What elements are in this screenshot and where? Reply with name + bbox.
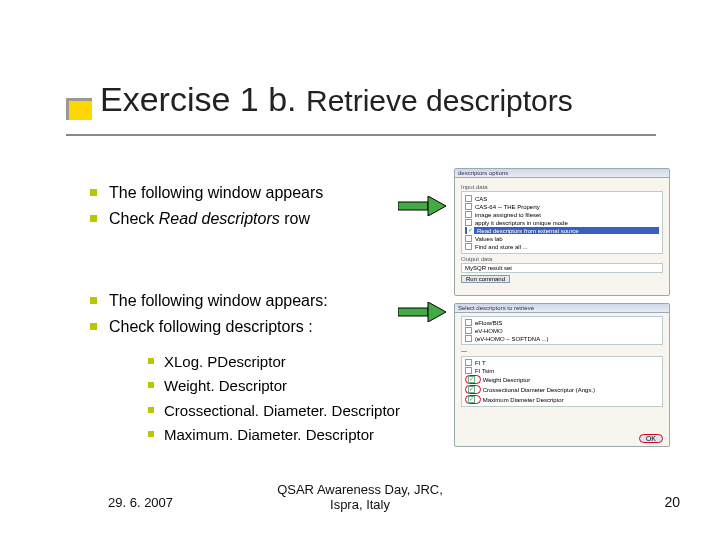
circled-checkbox[interactable] [465, 385, 481, 394]
run-button[interactable]: Run command [461, 275, 510, 283]
bullet-block-2: The following window appears: Check foll… [90, 290, 410, 341]
checkbox-row[interactable]: image assigned to fileset [465, 211, 659, 218]
list-item: Maximum. Diameter. Descriptor [148, 425, 428, 445]
footer-center: QSAR Awareness Day, JRC, Ispra, Italy [0, 482, 720, 512]
separator-text: --- [461, 348, 663, 354]
bullet-text: The following window appears: [109, 290, 328, 312]
bullet-text: Check Read descriptors row [109, 208, 310, 230]
title-underline [66, 134, 656, 136]
row-label: Weight Descriptor [483, 377, 531, 383]
checkbox-row[interactable]: Weight Descriptor [465, 375, 659, 384]
sub-bullet-list: XLog. PDescriptor Weight. Descriptor Cro… [148, 352, 428, 449]
row-label: CAS-64 ─ THE Property [475, 204, 540, 210]
checkbox-icon[interactable] [465, 243, 472, 250]
text-emphasis: Read descriptors [159, 210, 280, 227]
row-label: (eV-HOMO − SOFTDNA ...) [475, 336, 549, 342]
checkbox-row[interactable]: FI Tsim [465, 367, 659, 374]
bullet-text: XLog. PDescriptor [164, 352, 286, 372]
bullet-icon [148, 382, 154, 388]
list-item: The following window appears [90, 182, 410, 204]
list-item: Check following descriptors : [90, 316, 410, 338]
group-label: Output data [461, 256, 663, 262]
checkbox-icon[interactable] [465, 235, 472, 242]
group-label: Input data [461, 184, 663, 190]
row-label: CAS [475, 196, 487, 202]
list-item: XLog. PDescriptor [148, 352, 428, 372]
title-main: Exercise 1 b. [100, 80, 297, 118]
row-label: Crossectional Diameter Descriptor (Angs.… [483, 387, 595, 393]
row-label: eFlow/BIS [475, 320, 502, 326]
checkbox-icon[interactable] [468, 396, 475, 403]
row-label: Read descriptors from external source [477, 228, 579, 234]
svg-rect-0 [398, 202, 428, 210]
checkbox-icon[interactable] [465, 203, 472, 210]
footer-line: Ispra, Italy [330, 497, 390, 512]
bullet-icon [90, 323, 97, 330]
checkbox-row[interactable]: Values lab [465, 235, 659, 242]
checkbox-row[interactable]: CAS [465, 195, 659, 202]
bullet-icon [90, 297, 97, 304]
row-label: FI T [475, 360, 486, 366]
bullet-block-1: The following window appears Check Read … [90, 182, 410, 233]
circled-checkbox[interactable] [465, 375, 481, 384]
bullet-icon [148, 431, 154, 437]
checkbox-icon[interactable] [465, 367, 472, 374]
checkbox-row-highlighted[interactable]: Read descriptors from external source [465, 227, 659, 234]
title-sub: Retrieve descriptors [306, 84, 573, 117]
bullet-text: Weight. Descriptor [164, 376, 287, 396]
row-label: Values lab [475, 236, 503, 242]
checkbox-icon[interactable] [465, 335, 472, 342]
accent-square [66, 98, 92, 120]
checkbox-row[interactable]: eV-HOMO [465, 327, 659, 334]
checkbox-row[interactable]: FI T [465, 359, 659, 366]
bullet-text: Maximum. Diameter. Descriptor [164, 425, 374, 445]
bullet-text: Crossectional. Diameter. Descriptor [164, 401, 400, 421]
checkbox-row[interactable]: Maximum Diameter Descriptor [465, 395, 659, 404]
checkbox-row[interactable]: Find and store all ... [465, 243, 659, 250]
footer-page-number: 20 [664, 494, 680, 510]
checkbox-icon[interactable] [465, 195, 472, 202]
window-titlebar: Select descriptors to retrieve [455, 304, 669, 313]
row-label: eV-HOMO [475, 328, 503, 334]
row-label: apply it descriptors in unique mode [475, 220, 568, 226]
bullet-text: Check following descriptors : [109, 316, 313, 338]
ok-button[interactable]: OK [639, 434, 663, 443]
bullet-icon [148, 358, 154, 364]
checkbox-icon[interactable] [465, 327, 472, 334]
footer-line: QSAR Awareness Day, JRC, [277, 482, 443, 497]
list-item: The following window appears: [90, 290, 410, 312]
row-label: Find and store all ... [475, 244, 528, 250]
checkbox-icon[interactable] [465, 211, 472, 218]
circled-checkbox[interactable] [465, 395, 481, 404]
bullet-icon [90, 215, 97, 222]
checkbox-row[interactable]: apply it descriptors in unique mode [465, 219, 659, 226]
screenshot-select-descriptors: Select descriptors to retrieve eFlow/BIS… [454, 303, 670, 447]
text: Check [109, 210, 159, 227]
list-item: Check Read descriptors row [90, 208, 410, 230]
arrow-icon [398, 302, 446, 322]
svg-marker-1 [428, 196, 446, 216]
bullet-icon [90, 189, 97, 196]
checkbox-icon[interactable] [465, 319, 472, 326]
output-field: MySQR result set [461, 263, 663, 273]
checkbox-icon[interactable] [465, 359, 472, 366]
checkbox-icon[interactable] [468, 376, 475, 383]
checkbox-icon[interactable] [467, 227, 474, 234]
list-item: Crossectional. Diameter. Descriptor [148, 401, 428, 421]
checkbox-icon[interactable] [468, 386, 475, 393]
window-titlebar: descriptors options [455, 169, 669, 178]
checkbox-row[interactable]: (eV-HOMO − SOFTDNA ...) [465, 335, 659, 342]
arrow-icon [398, 196, 446, 216]
checkbox-row[interactable]: CAS-64 ─ THE Property [465, 203, 659, 210]
text: row [280, 210, 310, 227]
checkbox-row[interactable]: Crossectional Diameter Descriptor (Angs.… [465, 385, 659, 394]
row-label: Maximum Diameter Descriptor [483, 397, 564, 403]
row-label: FI Tsim [475, 368, 494, 374]
bullet-icon [148, 407, 154, 413]
svg-rect-2 [398, 308, 428, 316]
screenshot-descriptor-options: descriptors options Input data CAS CAS-6… [454, 168, 670, 296]
checkbox-icon[interactable] [465, 219, 472, 226]
checkbox-row[interactable]: eFlow/BIS [465, 319, 659, 326]
slide-title: Exercise 1 b. Retrieve descriptors [100, 80, 573, 119]
row-label: image assigned to fileset [475, 212, 541, 218]
